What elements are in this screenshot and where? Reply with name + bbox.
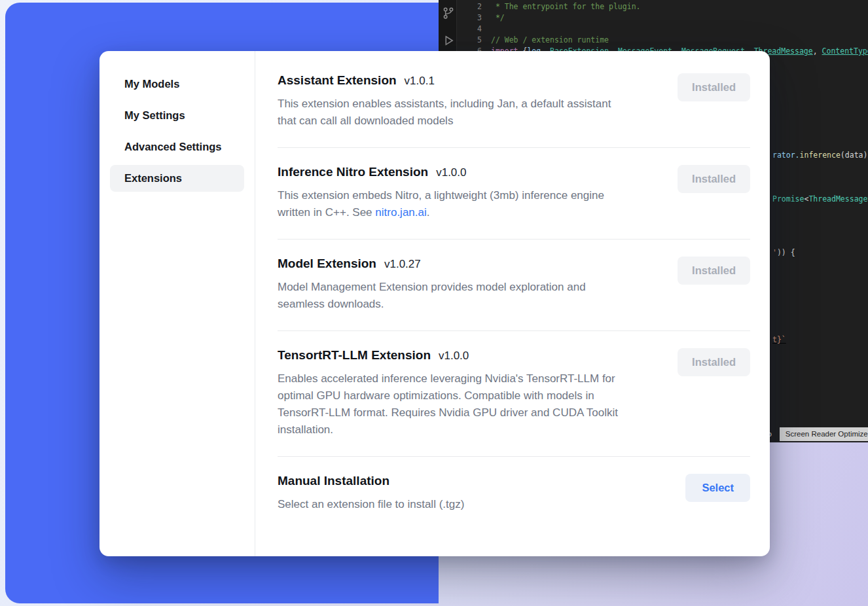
source-control-icon[interactable] bbox=[442, 7, 455, 20]
extension-description: Model Management Extension provides mode… bbox=[278, 279, 586, 313]
extension-description: Enables accelerated inference leveraging… bbox=[278, 370, 618, 438]
line-number: 5 bbox=[457, 35, 491, 46]
manual-installation-row: Manual Installation Select an extension … bbox=[278, 457, 750, 533]
code-line: 3 */ bbox=[457, 12, 868, 24]
select-file-button[interactable]: Select bbox=[685, 474, 750, 502]
extension-name: Assistant Extension bbox=[278, 73, 397, 87]
extension-version: v1.0.0 bbox=[436, 166, 466, 179]
screen-reader-message: Screen Reader Optimize bbox=[780, 427, 868, 441]
extension-version: v1.0.27 bbox=[384, 258, 421, 270]
extension-row-inference-nitro: Inference Nitro Extensionv1.0.0 This ext… bbox=[278, 148, 750, 240]
extensions-panel: Assistant Extensionv1.0.1 This extension… bbox=[255, 51, 770, 556]
manual-installation-description: Select an extension file to install (.tg… bbox=[278, 496, 464, 513]
extension-description: This extension enables assistants, inclu… bbox=[278, 96, 611, 130]
code-text: // Web / extension runtime bbox=[491, 35, 609, 46]
line-number: 3 bbox=[457, 12, 491, 24]
sidebar-item-my-models[interactable]: My Models bbox=[110, 71, 244, 98]
code-fragment: rator.inference(data)); bbox=[772, 150, 868, 161]
extension-row-model: Model Extensionv1.0.27 Model Management … bbox=[278, 240, 750, 331]
sidebar-item-extensions[interactable]: Extensions bbox=[110, 165, 244, 192]
extension-name: TensortRT-LLM Extension bbox=[278, 348, 431, 362]
extension-name: Inference Nitro Extension bbox=[278, 165, 428, 179]
editor-code-lines: 2 * The entrypoint for the plugin. 3 */ … bbox=[457, 1, 868, 57]
installed-button[interactable]: Installed bbox=[678, 165, 750, 193]
installed-button[interactable]: Installed bbox=[678, 348, 750, 376]
manual-installation-title: Manual Installation bbox=[278, 474, 389, 488]
extension-name: Model Extension bbox=[278, 257, 376, 270]
extension-version: v1.0.1 bbox=[405, 75, 435, 87]
code-text: */ bbox=[491, 12, 505, 24]
line-number: 4 bbox=[457, 24, 491, 35]
code-fragment: t}` bbox=[772, 334, 786, 346]
extension-description: This extension embeds Nitro, a lightweig… bbox=[278, 187, 604, 221]
extension-row-tensorrt-llm: TensortRT-LLM Extensionv1.0.0 Enables ac… bbox=[278, 331, 750, 457]
nitro-jan-ai-link[interactable]: nitro.jan.ai bbox=[375, 206, 426, 219]
run-debug-icon[interactable] bbox=[442, 34, 455, 47]
extension-version: v1.0.0 bbox=[439, 349, 469, 362]
extension-row-assistant: Assistant Extensionv1.0.1 This extension… bbox=[278, 73, 750, 148]
code-fragment: ')) { bbox=[772, 247, 795, 258]
settings-sidebar: My Models My Settings Advanced Settings … bbox=[99, 51, 255, 556]
screen-reader-toast: go Screen Reader Optimize bbox=[763, 427, 868, 441]
installed-button[interactable]: Installed bbox=[678, 257, 750, 285]
code-fragment: Promise<ThreadMessage> bbox=[772, 194, 868, 205]
installed-button[interactable]: Installed bbox=[678, 73, 750, 101]
sidebar-item-my-settings[interactable]: My Settings bbox=[110, 102, 244, 129]
code-line: 5 // Web / extension runtime bbox=[457, 35, 868, 46]
code-text: * The entrypoint for the plugin. bbox=[491, 1, 640, 12]
sidebar-item-advanced-settings[interactable]: Advanced Settings bbox=[110, 134, 244, 160]
code-line: 2 * The entrypoint for the plugin. bbox=[457, 1, 868, 12]
code-line: 4 bbox=[457, 24, 868, 35]
line-number: 2 bbox=[457, 1, 491, 12]
settings-modal: My Models My Settings Advanced Settings … bbox=[99, 51, 770, 556]
